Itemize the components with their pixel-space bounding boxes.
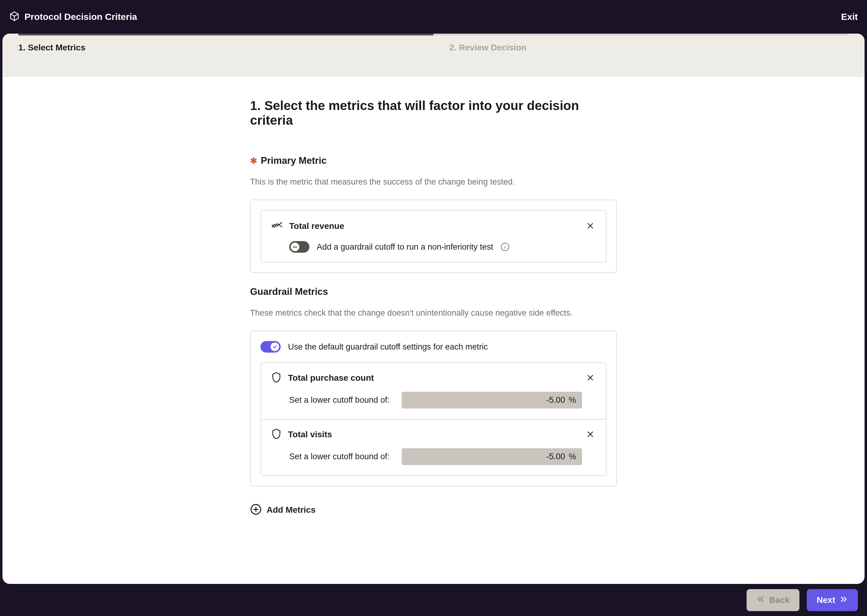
svg-point-2 (505, 245, 506, 246)
shield-icon (271, 428, 281, 441)
cutoff-input-wrap: % (402, 392, 582, 409)
primary-metric-inner: Total revenue Add a guardrail cutoff to (260, 210, 607, 262)
close-icon[interactable] (585, 428, 596, 441)
next-button-label: Next (817, 595, 835, 605)
required-star-icon: ✱ (250, 156, 257, 166)
primary-metric-name: Total revenue (289, 221, 344, 231)
guardrail-metrics-label-text: Guardrail Metrics (250, 286, 328, 297)
step-label: 1. Select Metrics (18, 43, 85, 53)
guardrail-metric-name-row: Total visits (271, 428, 596, 441)
steps-bar: 1. Select Metrics 2. Review Decision (2, 34, 865, 77)
cutoff-input[interactable] (534, 452, 565, 461)
cutoff-row: Set a lower cutoff bound of: % (289, 392, 596, 409)
progress-track (18, 34, 849, 35)
chevron-double-left-icon (756, 595, 765, 605)
default-guardrail-row: Use the default guardrail cutoff setting… (260, 341, 607, 353)
back-button-label: Back (769, 595, 790, 605)
primary-metric-label-text: Primary Metric (261, 155, 327, 166)
page-title: Protocol Decision Criteria (24, 12, 137, 22)
cutoff-input[interactable] (534, 395, 565, 405)
step-select-metrics[interactable]: 1. Select Metrics (2, 34, 433, 77)
info-icon[interactable] (500, 242, 510, 251)
minus-icon (293, 247, 297, 247)
chevron-double-right-icon (839, 595, 848, 605)
guardrail-metrics-desc: These metrics check that the change does… (250, 308, 617, 318)
primary-metric-desc: This is the metric that measures the suc… (250, 177, 617, 187)
exit-link[interactable]: Exit (841, 12, 858, 22)
back-button[interactable]: Back (747, 589, 799, 611)
guardrail-card: Use the default guardrail cutoff setting… (250, 331, 617, 486)
cutoff-row: Set a lower cutoff bound of: % (289, 448, 596, 465)
cutoff-label: Set a lower cutoff bound of: (289, 395, 389, 405)
plus-circle-icon (250, 504, 262, 516)
guardrail-cutoff-toggle-row: Add a guardrail cutoff to run a non-infe… (289, 241, 596, 253)
footer: Back Next (737, 584, 867, 616)
default-guardrail-toggle-label: Use the default guardrail cutoff setting… (288, 342, 488, 352)
percent-suffix: % (569, 452, 576, 461)
guardrail-cutoff-toggle-label: Add a guardrail cutoff to run a non-infe… (317, 242, 493, 252)
shield-icon (271, 372, 281, 384)
primary-metric-label: ✱ Primary Metric (250, 155, 617, 166)
topbar: Protocol Decision Criteria Exit (0, 0, 867, 34)
guardrail-cutoff-toggle[interactable] (289, 241, 309, 253)
add-metrics-button[interactable]: Add Metrics (250, 504, 617, 516)
guardrail-metric-name: Total visits (288, 430, 332, 439)
primary-metric-name-group: Total revenue (271, 221, 344, 231)
guardrail-metric-name-group: Total visits (271, 428, 332, 441)
cutoff-label: Set a lower cutoff bound of: (289, 452, 389, 461)
primary-metric-row: Total revenue (271, 220, 596, 233)
content: 1. Select the metrics that will factor i… (2, 77, 865, 529)
percent-suffix: % (569, 395, 576, 405)
toggle-knob (271, 343, 279, 351)
page-heading: 1. Select the metrics that will factor i… (250, 98, 617, 128)
cube-icon (9, 11, 20, 23)
add-metrics-label: Add Metrics (267, 505, 315, 515)
main-panel: 1. Select Metrics 2. Review Decision 1. … (2, 34, 865, 584)
guardrail-metric-name: Total purchase count (288, 373, 374, 383)
guardrail-metrics-label: Guardrail Metrics (250, 286, 617, 297)
close-icon[interactable] (585, 372, 596, 384)
default-guardrail-toggle[interactable] (260, 341, 281, 353)
progress-fill (18, 34, 433, 35)
toggle-knob (291, 243, 299, 251)
trend-line-icon (271, 221, 282, 231)
content-inner: 1. Select the metrics that will factor i… (250, 98, 617, 516)
close-icon[interactable] (585, 220, 596, 233)
step-label: 2. Review Decision (449, 43, 526, 53)
primary-metric-card: Total revenue Add a guardrail cutoff to (250, 200, 617, 273)
cutoff-input-wrap: % (402, 448, 582, 465)
guardrail-metric-visits: Total visits Set a lower cutoff bound of… (260, 420, 607, 476)
guardrail-metric-name-row: Total purchase count (271, 372, 596, 384)
next-button[interactable]: Next (807, 589, 858, 611)
step-review-decision[interactable]: 2. Review Decision (433, 34, 865, 77)
topbar-left: Protocol Decision Criteria (9, 11, 137, 23)
guardrail-metric-purchase-count: Total purchase count Set a lower cutoff … (260, 362, 607, 420)
guardrail-metric-name-group: Total purchase count (271, 372, 374, 384)
